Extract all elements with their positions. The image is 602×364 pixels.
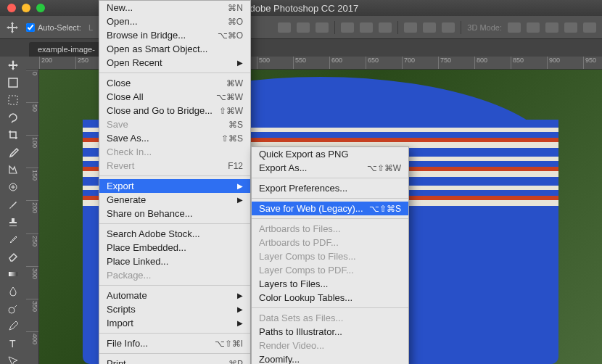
- menu-item-automate[interactable]: Automate▶: [99, 289, 250, 302]
- menu-item-save: Save⌘S: [99, 117, 250, 131]
- menu-item-label: Package...: [107, 270, 243, 281]
- menu-item-label: Layer Comps to Files...: [259, 251, 401, 262]
- menu-item-save-for-web-legacy[interactable]: Save for Web (Legacy)...⌥⇧⌘S: [252, 202, 408, 215]
- options-bar: Auto-Select: L 3D Mode:: [0, 16, 602, 39]
- menu-item-color-lookup-tables[interactable]: Color Lookup Tables...: [252, 291, 408, 305]
- menu-item-place-embedded[interactable]: Place Embedded...: [99, 241, 250, 255]
- ruler-tick: 800: [474, 57, 511, 69]
- gradient-tool[interactable]: [0, 265, 26, 283]
- blur-tool[interactable]: [0, 283, 26, 300]
- menu-item-label: Layer Comps to PDF...: [259, 265, 401, 276]
- menu-item-quick-export-as-png[interactable]: Quick Export as PNG: [252, 147, 408, 161]
- path-tool[interactable]: [0, 352, 26, 364]
- minimize-window-button[interactable]: [22, 4, 30, 12]
- healing-tool[interactable]: [0, 178, 26, 196]
- move-tool[interactable]: [0, 57, 26, 74]
- menu-item-browse-in-bridge[interactable]: Browse in Bridge...⌥⌘O: [99, 28, 250, 42]
- svg-text:T: T: [9, 338, 16, 349]
- document-tab[interactable]: example-image-: [29, 42, 104, 57]
- history-tool[interactable]: [0, 231, 26, 248]
- ruler-tick: 950: [583, 57, 602, 69]
- distribute-icon[interactable]: [360, 22, 373, 33]
- crop-tool[interactable]: [0, 126, 26, 144]
- menu-item-label: Search Adobe Stock...: [107, 228, 243, 239]
- align-icon[interactable]: [316, 22, 329, 33]
- menu-item-label: Paths to Illustrator...: [259, 326, 401, 337]
- mode-3d-icon[interactable]: [527, 22, 540, 33]
- menu-item-label: Export: [107, 181, 233, 191]
- brush-tool[interactable]: [0, 196, 26, 213]
- auto-select-target[interactable]: L: [88, 23, 93, 32]
- menu-shortcut: ⌥⇧⌘S: [369, 204, 401, 214]
- mode-3d-icon[interactable]: [545, 22, 558, 33]
- eraser-tool[interactable]: [0, 248, 26, 265]
- menu-item-share-on-behance[interactable]: Share on Behance...: [99, 207, 250, 220]
- menu-shortcut: ⌥⌘O: [218, 30, 243, 41]
- type-tool[interactable]: T: [0, 335, 26, 352]
- menu-item-close-and-go-to-bridge[interactable]: Close and Go to Bridge...⇧⌘W: [99, 104, 250, 117]
- menu-item-label: Import: [107, 318, 233, 328]
- distribute-icon[interactable]: [423, 22, 436, 33]
- menu-item-generate[interactable]: Generate▶: [99, 193, 250, 207]
- ruler-tick: 200: [26, 200, 38, 233]
- menu-item-data-sets-as-files: Data Sets as Files...: [252, 311, 408, 325]
- submenu-arrow-icon: ▶: [237, 319, 243, 327]
- menu-item-export[interactable]: Export▶: [99, 179, 250, 193]
- menu-item-layers-to-files[interactable]: Layers to Files...: [252, 277, 408, 291]
- svg-rect-1: [9, 96, 17, 104]
- mode-3d-icon[interactable]: [583, 22, 596, 33]
- menu-item-export-preferences[interactable]: Export Preferences...: [252, 181, 408, 195]
- submenu-arrow-icon: ▶: [237, 182, 243, 190]
- menu-shortcut: ⌥⌘W: [216, 92, 243, 102]
- menu-item-close-all[interactable]: Close All⌥⌘W: [99, 90, 250, 104]
- stamp-tool[interactable]: [0, 213, 26, 231]
- menu-item-file-info[interactable]: File Info...⌥⇧⌘I: [99, 336, 250, 350]
- ruler-tick: 900: [547, 57, 583, 69]
- frame-tool[interactable]: [0, 161, 26, 178]
- align-icon[interactable]: [278, 22, 291, 33]
- dodge-tool[interactable]: [0, 300, 26, 318]
- menu-item-open-as-smart-object[interactable]: Open as Smart Object...: [99, 42, 250, 56]
- distribute-icon[interactable]: [341, 22, 354, 33]
- mode-3d-icon[interactable]: [564, 22, 577, 33]
- artboard-tool[interactable]: [0, 74, 26, 91]
- menu-item-export-as[interactable]: Export As...⌥⇧⌘W: [252, 161, 408, 175]
- export-submenu: Quick Export as PNGExport As...⌥⇧⌘WExpor…: [251, 146, 409, 364]
- ruler-tick: 500: [257, 57, 293, 69]
- menu-item-scripts[interactable]: Scripts▶: [99, 302, 250, 316]
- menu-item-label: Scripts: [107, 304, 233, 315]
- submenu-arrow-icon: ▶: [237, 196, 243, 204]
- distribute-icon[interactable]: [379, 22, 392, 33]
- auto-select-checkbox[interactable]: Auto-Select:: [26, 23, 81, 32]
- distribute-icon[interactable]: [442, 22, 455, 33]
- menu-item-label: Data Sets as Files...: [259, 313, 401, 323]
- distribute-icon[interactable]: [404, 22, 417, 33]
- menu-item-place-linked[interactable]: Place Linked...: [99, 255, 250, 268]
- menu-item-save-as[interactable]: Save As...⇧⌘S: [99, 131, 250, 145]
- menu-item-close[interactable]: Close⌘W: [99, 76, 250, 90]
- menu-item-label: Open Recent: [107, 57, 233, 68]
- zoom-window-button[interactable]: [36, 4, 45, 12]
- menu-item-open[interactable]: Open...⌘O: [99, 15, 250, 28]
- submenu-arrow-icon: ▶: [237, 59, 243, 67]
- menu-item-open-recent[interactable]: Open Recent▶: [99, 56, 250, 70]
- menu-item-import[interactable]: Import▶: [99, 316, 250, 330]
- align-icon[interactable]: [297, 22, 310, 33]
- mode-3d-icon[interactable]: [508, 22, 521, 33]
- menu-item-layer-comps-to-pdf: Layer Comps to PDF...: [252, 263, 408, 277]
- file-menu: New...⌘NOpen...⌘OBrowse in Bridge...⌥⌘OO…: [99, 0, 251, 364]
- eyedropper-tool[interactable]: [0, 144, 26, 161]
- menu-item-paths-to-illustrator[interactable]: Paths to Illustrator...: [252, 325, 408, 339]
- menu-item-new[interactable]: New...⌘N: [99, 1, 250, 15]
- lasso-tool[interactable]: [0, 109, 26, 126]
- pen-tool[interactable]: [0, 318, 26, 335]
- svg-rect-0: [9, 78, 17, 87]
- menu-item-zoomify[interactable]: Zoomify...: [252, 352, 408, 364]
- marquee-tool[interactable]: [0, 91, 26, 109]
- menu-item-search-adobe-stock[interactable]: Search Adobe Stock...: [99, 227, 250, 241]
- close-window-button[interactable]: [7, 4, 16, 12]
- app-title: Adobe Photoshop CC 2017: [0, 3, 602, 14]
- menu-item-print[interactable]: Print...⌘P: [99, 357, 250, 364]
- menu-item-label: Artboards to Files...: [259, 223, 401, 234]
- menu-item-package: Package...: [99, 268, 250, 282]
